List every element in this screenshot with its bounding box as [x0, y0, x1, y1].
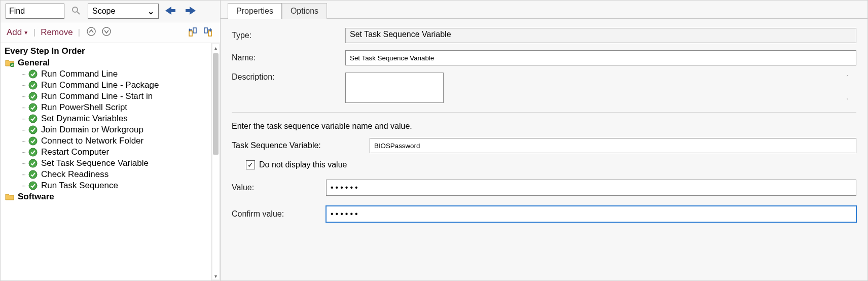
- move-down-button[interactable]: [202, 26, 214, 39]
- tree-item[interactable]: ·····Set Task Sequence Variable: [3, 158, 211, 169]
- folder-icon: [5, 58, 15, 68]
- confirm-value-input[interactable]: [326, 206, 856, 222]
- properties-panel: Type: Set Task Sequence Variable Name: D…: [221, 18, 867, 280]
- collapse-all-button[interactable]: [85, 26, 97, 39]
- remove-button[interactable]: Remove: [41, 27, 73, 38]
- confirm-label: Confirm value:: [232, 209, 326, 219]
- svg-point-20: [29, 170, 37, 179]
- step-tree[interactable]: Every Step In Order General ·····Run Com…: [1, 43, 211, 280]
- tree-folder-software[interactable]: Software: [3, 191, 211, 202]
- move-up-icon: [188, 26, 198, 39]
- svg-point-0: [73, 7, 78, 12]
- tree-wrap: Every Step In Order General ·····Run Com…: [1, 43, 220, 280]
- search-button[interactable]: [67, 4, 85, 19]
- move-down-icon: [203, 26, 213, 39]
- tree-item-label: Check Readiness: [41, 169, 108, 180]
- tree-item[interactable]: ·····Run PowerShell Script: [3, 102, 211, 113]
- tree-item-label: Run Command Line: [41, 69, 118, 79]
- tree-item[interactable]: ·····Check Readiness: [3, 169, 211, 180]
- tree-folder-general[interactable]: General: [3, 57, 211, 68]
- expand-all-button[interactable]: [100, 26, 113, 39]
- description-input[interactable]: [345, 73, 444, 103]
- tree-title: Every Step In Order: [3, 45, 211, 57]
- do-not-display-label: Do not display this value: [259, 160, 347, 169]
- tree-item[interactable]: ·····Restart Computer: [3, 147, 211, 158]
- tree-item[interactable]: ·····Run Command Line - Start in: [3, 91, 211, 102]
- tree-item[interactable]: ·····Run Command Line: [3, 68, 211, 80]
- move-up-button[interactable]: [187, 26, 199, 39]
- right-pane: Properties Options Type: Set Task Sequen…: [221, 1, 867, 280]
- tree-connector-icon: ·····: [11, 115, 25, 122]
- scroll-thumb[interactable]: [213, 53, 219, 155]
- scope-dropdown[interactable]: Scope ⌄: [88, 4, 159, 19]
- tree-connector-icon: ·····: [11, 182, 25, 189]
- spin-down-icon: ˅: [846, 97, 854, 103]
- svg-point-14: [29, 103, 37, 112]
- find-toolbar: Scope ⌄: [1, 1, 220, 22]
- arrow-left-icon: [165, 7, 175, 16]
- svg-point-15: [29, 115, 37, 123]
- tree-item-label: Run PowerShell Script: [41, 102, 127, 113]
- svg-point-11: [29, 70, 37, 78]
- tree-item-label: Connect to Network Folder: [41, 136, 143, 146]
- tree-item-label: Set Task Sequence Variable: [41, 158, 149, 168]
- name-input[interactable]: [345, 50, 856, 65]
- find-next-button[interactable]: [182, 4, 199, 19]
- success-icon: [28, 147, 38, 157]
- tab-options[interactable]: Options: [282, 3, 327, 19]
- success-icon: [28, 181, 38, 191]
- success-icon: [28, 125, 38, 135]
- tree-item[interactable]: ·····Run Task Sequence: [3, 180, 211, 191]
- chevron-up-circle-icon: [86, 26, 96, 39]
- tree-item-label: Run Command Line - Start in: [41, 91, 153, 101]
- add-button[interactable]: Add▼: [7, 27, 28, 38]
- tree-connector-icon: ·····: [11, 104, 25, 111]
- edit-toolbar: Add▼ | Remove |: [1, 22, 220, 43]
- svg-point-21: [29, 182, 37, 190]
- find-prev-button[interactable]: [162, 4, 179, 19]
- svg-point-16: [29, 126, 37, 134]
- folder-icon: [5, 192, 15, 202]
- chevron-down-circle-icon: [101, 26, 112, 39]
- svg-point-13: [29, 92, 37, 100]
- value-input[interactable]: [326, 180, 856, 196]
- svg-point-18: [29, 148, 37, 156]
- tree-item-label: Join Domain or Workgroup: [41, 125, 143, 135]
- tree-item[interactable]: ·····Join Domain or Workgroup: [3, 124, 211, 135]
- svg-rect-9: [208, 31, 211, 36]
- name-label: Name:: [232, 53, 345, 62]
- separator: |: [31, 28, 38, 37]
- tree-item[interactable]: ·····Set Dynamic Variables: [3, 113, 211, 124]
- description-label: Description:: [232, 73, 345, 82]
- success-icon: [28, 80, 38, 90]
- tree-connector-icon: ·····: [11, 149, 25, 156]
- do-not-display-checkbox[interactable]: ✓: [246, 160, 255, 169]
- tree-item-label: Restart Computer: [41, 147, 109, 157]
- left-pane: Scope ⌄ Add▼ | Remove |: [1, 1, 221, 280]
- tree-connector-icon: ·····: [11, 93, 25, 100]
- tree-item[interactable]: ·····Run Command Line - Package: [3, 80, 211, 91]
- svg-point-5: [102, 27, 111, 36]
- tree-item[interactable]: ·····Connect to Network Folder: [3, 135, 211, 147]
- tab-properties[interactable]: Properties: [228, 3, 282, 19]
- textarea-spinner[interactable]: ˄ ˅: [846, 75, 854, 103]
- svg-rect-6: [193, 28, 196, 33]
- success-icon: [28, 91, 38, 101]
- do-not-display-row[interactable]: ✓ Do not display this value: [246, 160, 856, 169]
- success-icon: [28, 158, 38, 168]
- tree-connector-icon: ·····: [11, 126, 25, 133]
- scope-label: Scope: [92, 7, 115, 16]
- type-label: Type:: [232, 31, 345, 40]
- separator: |: [76, 28, 82, 37]
- find-input[interactable]: [6, 4, 64, 19]
- svg-point-19: [29, 159, 37, 167]
- tree-scrollbar[interactable]: ▴ ▾: [211, 43, 220, 280]
- tsvar-label: Task Sequence Variable:: [232, 141, 370, 150]
- tsvar-input[interactable]: [370, 138, 856, 153]
- value-label: Value:: [232, 183, 326, 192]
- scroll-up-icon: ▴: [211, 43, 220, 52]
- tree-connector-icon: ·····: [11, 160, 25, 167]
- svg-rect-8: [204, 28, 207, 33]
- success-icon: [28, 136, 38, 146]
- success-icon: [28, 102, 38, 113]
